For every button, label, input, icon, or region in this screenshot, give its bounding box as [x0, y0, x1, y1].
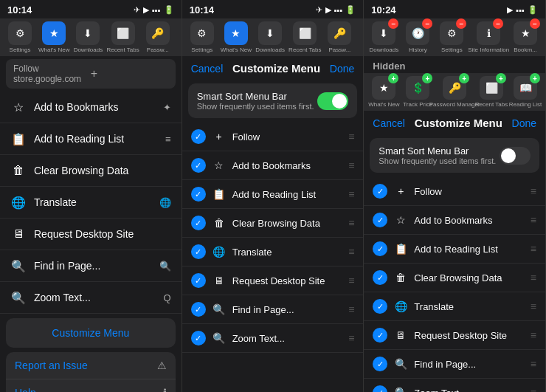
status-bar-3: 10:24 ▶ ▪▪▪ 🔋 — [364, 0, 545, 18]
drag-translate-3[interactable]: ≡ — [531, 300, 536, 312]
minus-badge-bookmarks: − — [530, 18, 540, 29]
cust-item-zoom-2[interactable]: ✓ 🔍 Zoom Text... ≡ — [182, 324, 364, 353]
drag-clearbrowsing-2[interactable]: ≡ — [348, 217, 354, 229]
toolbar3-settings[interactable]: ⚙ − Settings — [436, 21, 467, 53]
icon-desktop-2: 🖥 — [212, 273, 227, 288]
toolbar3-siteinfo[interactable]: ℹ − Site Information — [470, 21, 507, 53]
done-btn-2[interactable]: Done — [330, 63, 354, 75]
downloads-icon-2: ⬇ — [258, 21, 282, 45]
toolbar-whatsnew[interactable]: ★ What's New — [38, 21, 69, 53]
menu-item-readinglist[interactable]: 📋 Add to Reading List ≡ — [0, 123, 182, 155]
cancel-btn-3[interactable]: Cancel — [373, 117, 405, 129]
toolbar3h-password-label: Password Manager — [429, 101, 480, 108]
check-bookmarks-3: ✓ — [373, 213, 387, 227]
drag-find-3[interactable]: ≡ — [531, 358, 536, 370]
customize-menu-btn-1[interactable]: Customize Menu — [6, 318, 176, 348]
translate-text-3: Translate — [414, 301, 531, 312]
cust-item-translate-3[interactable]: ✓ 🌐 Translate ≡ — [364, 292, 545, 321]
drag-desktop-2[interactable]: ≡ — [348, 275, 354, 286]
cancel-btn-2[interactable]: Cancel — [191, 63, 224, 75]
toolbar-1: ⚙ Settings ★ What's New ⬇ Downloads ⬜ Re… — [0, 18, 182, 56]
toolbar3-history[interactable]: 🕐 − History — [402, 21, 433, 53]
status-bar-2: 10:14 ✈ ▶ ▪▪▪ 🔋 — [182, 0, 364, 18]
toolbar-recenttabs[interactable]: ⬜ Recent Tabs — [106, 21, 139, 53]
battery-icon: 🔋 — [164, 5, 174, 15]
menu-item-bookmarks[interactable]: ☆ Add to Bookmarks ✦ — [0, 92, 182, 123]
cust-item-desktop-3[interactable]: ✓ 🖥 Request Desktop Site ≡ — [364, 321, 545, 350]
toolbar-settings[interactable]: ⚙ Settings — [4, 21, 35, 53]
drag-follow-2[interactable]: ≡ — [348, 131, 354, 142]
toolbar2-downloads-label: Downloads — [255, 47, 285, 53]
toolbar3-bookmarks[interactable]: ★ − Bookm... — [510, 21, 541, 53]
smart-sort-2: Smart Sort Menu Bar Show frequently used… — [188, 83, 358, 118]
smart-sort-toggle-2[interactable] — [317, 92, 348, 110]
url-plus-1[interactable]: + — [91, 67, 168, 80]
icon-clearbrowsing-2: 🗑 — [212, 216, 227, 230]
help-btn[interactable]: Help ℹ — [6, 379, 176, 392]
cust-item-find-3[interactable]: ✓ 🔍 Find in Page... ≡ — [364, 350, 545, 379]
smart-sort-text-3: Smart Sort Menu Bar Show frequently used… — [379, 145, 496, 165]
cust-item-zoom-3[interactable]: ✓ 🔍 Zoom Text... ≡ — [364, 379, 545, 392]
cust-item-clearbrowsing-2[interactable]: ✓ 🗑 Clear Browsing Data ≡ — [182, 209, 364, 238]
toolbar2-recenttabs[interactable]: ⬜ Recent Tabs — [288, 21, 321, 53]
plus-badge-readinglist: + — [530, 73, 540, 83]
airplane-icon-2: ✈ — [316, 5, 322, 15]
check-follow-3: ✓ — [373, 184, 387, 199]
drag-zoom-2[interactable]: ≡ — [348, 332, 354, 344]
toolbar3h-password[interactable]: 🔑 + Password Manager — [436, 76, 473, 108]
drag-readinglist-3[interactable]: ≡ — [531, 243, 536, 255]
toolbar3-downloads[interactable]: ⬇ − Downloads — [368, 21, 399, 53]
done-btn-3[interactable]: Done — [512, 117, 536, 129]
menu-item-desktop[interactable]: 🖥 Request Desktop Site — [0, 219, 182, 250]
cust-item-readinglist-2[interactable]: ✓ 📋 Add to Reading List ≡ — [182, 180, 364, 209]
url-bar-1[interactable]: Follow store.google.com + — [6, 59, 176, 89]
drag-desktop-3[interactable]: ≡ — [531, 329, 536, 341]
toolbar-password-label: Passw... — [147, 47, 169, 53]
drag-zoom-3[interactable]: ≡ — [531, 387, 536, 392]
panel-1: 10:14 ✈ ▶ ▪▪▪ 🔋 ⚙ Settings ★ What's New … — [0, 0, 182, 392]
menu-item-clearbrowsing[interactable]: 🗑 Clear Browsing Data — [0, 155, 182, 187]
toolbar-downloads[interactable]: ⬇ Downloads — [72, 21, 103, 53]
check-readinglist-2: ✓ — [191, 187, 206, 202]
signal-icon-2: ▪▪▪ — [334, 6, 343, 15]
smart-sort-subtitle-2: Show frequently used items first. — [197, 102, 314, 111]
toolbar2-whatsnew[interactable]: ★ What's New — [221, 21, 252, 53]
check-find-3: ✓ — [373, 357, 387, 371]
menu-item-find[interactable]: 🔍 Find in Page... 🔍 — [0, 250, 182, 282]
drag-bookmarks-2[interactable]: ≡ — [348, 159, 354, 171]
report-issue-btn[interactable]: Report an Issue ⚠ — [6, 352, 176, 379]
toolbar3h-whatsnew[interactable]: ★ + What's New — [368, 76, 399, 108]
bookmark-right-icon: ✦ — [163, 102, 171, 113]
cust-item-bookmarks-2[interactable]: ✓ ☆ Add to Bookmarks ≡ — [182, 151, 364, 180]
cust-title-2: Customize Menu — [232, 62, 320, 75]
cust-item-translate-2[interactable]: ✓ 🌐 Translate ≡ — [182, 238, 364, 267]
drag-readinglist-2[interactable]: ≡ — [348, 188, 354, 200]
cust-item-readinglist-3[interactable]: ✓ 📋 Add to Reading List ≡ — [364, 235, 545, 264]
toolbar2-downloads[interactable]: ⬇ Downloads — [255, 21, 286, 53]
cust-item-follow-3[interactable]: ✓ + Follow ≡ — [364, 177, 545, 206]
toolbar2-settings[interactable]: ⚙ Settings — [187, 21, 218, 53]
smart-sort-toggle-3[interactable] — [500, 147, 531, 165]
check-zoom-2: ✓ — [191, 331, 206, 345]
toolbar3h-readinglist[interactable]: 📖 + Reading List — [510, 76, 541, 108]
cust-item-follow-2[interactable]: ✓ + Follow ≡ — [182, 123, 364, 151]
menu-item-zoom[interactable]: 🔍 Zoom Text... Q — [0, 282, 182, 314]
cust-item-bookmarks-3[interactable]: ✓ ☆ Add to Bookmarks ≡ — [364, 206, 545, 235]
cust-title-3: Customize Menu — [415, 117, 502, 129]
cust-item-desktop-2[interactable]: ✓ 🖥 Request Desktop Site ≡ — [182, 267, 364, 295]
drag-clearbrowsing-3[interactable]: ≡ — [531, 272, 536, 283]
drag-follow-3[interactable]: ≡ — [531, 185, 536, 197]
toolbar2-password[interactable]: 🔑 Passw... — [324, 21, 355, 53]
drag-translate-2[interactable]: ≡ — [348, 246, 354, 258]
status-bar-1: 10:14 ✈ ▶ ▪▪▪ 🔋 — [0, 0, 182, 18]
cust-item-find-2[interactable]: ✓ 🔍 Find in Page... ≡ — [182, 295, 364, 324]
cust-item-clearbrowsing-3[interactable]: ✓ 🗑 Clear Browsing Data ≡ — [364, 264, 545, 292]
toolbar3h-recenttabs[interactable]: ⬜ + Recent Tabs — [476, 76, 507, 108]
menu-item-translate[interactable]: 🌐 Translate 🌐 — [0, 187, 182, 219]
toolbar-3b: ★ + What's New 💲 + Track Price 🔑 + Passw… — [364, 73, 545, 111]
drag-bookmarks-3[interactable]: ≡ — [531, 214, 536, 226]
toggle-knob-2 — [332, 94, 347, 109]
toolbar-password[interactable]: 🔑 Passw... — [142, 21, 173, 53]
drag-find-2[interactable]: ≡ — [348, 303, 354, 315]
follow-text-2: Follow — [232, 131, 349, 142]
